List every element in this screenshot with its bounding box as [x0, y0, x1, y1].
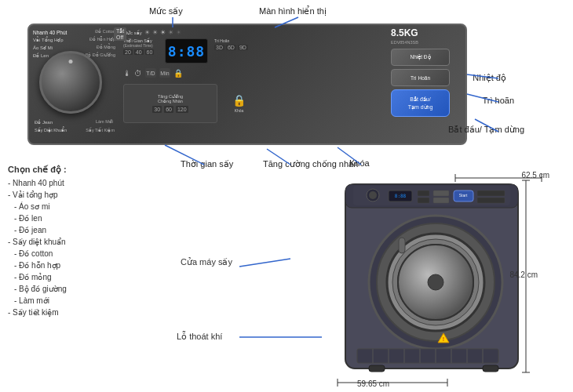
modes-list: Chọn chế độ : - Nhanh 40 phút - Vải tổng… — [8, 165, 165, 318]
mode-knob-area: Nhanh 40 Phút Đồ Cotton Vải Tổng Hợp Đồ … — [33, 29, 119, 139]
display-value: 8:88 — [168, 43, 205, 60]
anti-crease-section: Tăng Cường Chống Nhàn 30 60 120 — [123, 84, 217, 123]
modes-item-8: - Đồ hỗn hợp — [8, 260, 165, 271]
label-man-hinh: Màn hình hiển thị — [259, 6, 327, 16]
label-lo-thoat-khi: Lỗ thoát khí — [177, 332, 222, 342]
svg-rect-36 — [433, 191, 449, 196]
modes-item-1: - Nhanh 40 phút — [8, 177, 165, 189]
label-muc-say: Mức sấy — [149, 6, 183, 16]
model-number: EDV854N3SB — [391, 40, 462, 45]
display-area: Mức sấy ☀ ☀ ☀ ☀ ☀ Thời Gian Sấy (Estimat… — [123, 29, 343, 139]
label-bat-dau: Bắt đầu/ Tạm dừng — [448, 124, 524, 135]
lock-button[interactable]: 🔒 Khóa — [225, 84, 253, 123]
dim-width-bottom: 59.65 cm — [357, 379, 389, 388]
svg-point-31 — [369, 191, 377, 199]
digital-display: 8:88 — [165, 38, 208, 64]
svg-point-28 — [428, 274, 443, 290]
svg-rect-29 — [399, 238, 405, 253]
modes-item-10: - Bộ đồ giường — [8, 283, 165, 295]
modes-item-5: - Đồ jean — [8, 224, 165, 236]
modes-item-12: - Sấy tiết kiệm — [8, 307, 165, 318]
svg-rect-40 — [477, 191, 505, 196]
kg-display: 8.5KG — [391, 27, 418, 38]
svg-text:!: ! — [443, 336, 444, 342]
delay-button[interactable]: Trì Hoãn — [391, 69, 450, 86]
svg-rect-34 — [418, 191, 429, 196]
mode-knob[interactable] — [39, 51, 102, 114]
label-thoi-gian: Thời gian sấy — [181, 158, 233, 169]
right-controls: 8.5KG EDV854N3SB Nhiệt Độ Trì Hoãn Bắt đ… — [391, 27, 462, 117]
svg-rect-37 — [433, 198, 449, 203]
svg-rect-54 — [483, 365, 498, 372]
label-khoa: Khóa — [349, 158, 370, 168]
svg-text:8:88: 8:88 — [395, 193, 407, 198]
dim-width-top: 62.5 cm — [521, 171, 549, 180]
svg-line-8 — [239, 259, 290, 267]
control-panel: Nhanh 40 Phút Đồ Cotton Vải Tổng Hợp Đồ … — [27, 24, 467, 145]
modes-item-11: - Làm mới — [8, 295, 165, 307]
svg-text:Start: Start — [459, 193, 468, 198]
modes-item-4: - Đồ len — [8, 212, 165, 224]
svg-rect-35 — [418, 198, 429, 203]
start-pause-button[interactable]: Bắt đầu/Tạm dừng — [391, 89, 450, 117]
off-label: TắtOff — [114, 27, 126, 41]
main-container: Nhanh 40 Phút Đồ Cotton Vải Tổng Hợp Đồ … — [0, 0, 573, 392]
modes-item-9: - Đồ mỏng — [8, 271, 165, 283]
label-cua-may-say: Cửa máy sấy — [181, 257, 232, 267]
svg-rect-42 — [357, 349, 498, 363]
modes-title: Chọn chế độ : — [8, 165, 165, 175]
label-tri-hoan: Trì hoãn — [482, 96, 514, 105]
modes-item-7: - Đồ cotton — [8, 248, 165, 260]
modes-item-2: - Vải tổng hợp — [8, 189, 165, 201]
svg-rect-41 — [477, 198, 505, 203]
temperature-button[interactable]: Nhiệt Độ — [391, 49, 450, 66]
svg-rect-53 — [369, 365, 385, 372]
modes-item-3: - Áo sơ mi — [8, 201, 165, 212]
dim-height: 84.2 cm — [509, 270, 538, 279]
label-nhiet-do: Nhiệt độ — [473, 73, 506, 83]
modes-item-6: - Sấy diệt khuẩn — [8, 236, 165, 248]
